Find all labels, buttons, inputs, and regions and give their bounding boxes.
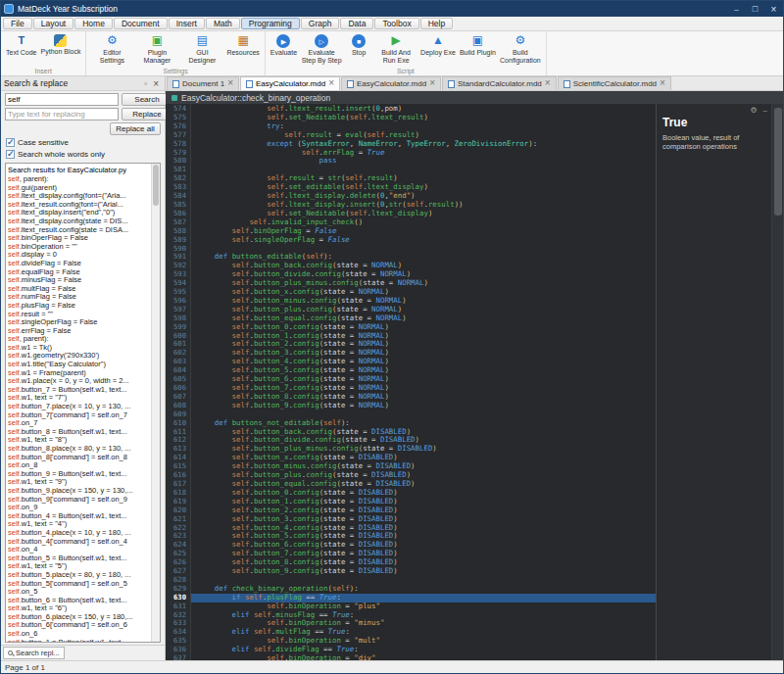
search-result-item[interactable]: self.errFlag = False bbox=[6, 327, 160, 336]
ribbon-button-text-code[interactable]: TText Code bbox=[4, 32, 39, 57]
search-result-item[interactable]: self.w1.geometry('290x330') bbox=[6, 352, 160, 361]
search-result-item[interactable]: self.ltext_result.config(font=("Arial... bbox=[6, 201, 160, 210]
search-result-item[interactable]: self.w1 = Frame(parent) bbox=[6, 369, 160, 378]
ribbon-button-evaluate[interactable]: ▶Evaluate bbox=[269, 32, 299, 57]
minimize-button[interactable] bbox=[727, 1, 746, 17]
document-tab-4[interactable]: ScientificCalculator.mdd bbox=[558, 76, 671, 90]
ribbon-button-gui-designer[interactable]: ▤GUI Designer bbox=[179, 32, 224, 65]
search-result-item[interactable]: self.minusFlag = False bbox=[6, 276, 160, 285]
panel-close-icon[interactable] bbox=[150, 78, 162, 89]
menu-tab-data[interactable]: Data bbox=[340, 18, 373, 29]
search-result-item[interactable]: self.button_8.place(x = 80, y = 130, ... bbox=[6, 445, 160, 454]
search-result-item[interactable]: self.result = "" bbox=[6, 311, 160, 319]
collapse-icon[interactable] bbox=[763, 106, 767, 115]
search-result-item[interactable]: self, parent): bbox=[6, 175, 160, 184]
search-result-item[interactable]: self.display = 0 bbox=[6, 251, 160, 260]
search-result-item[interactable]: self.button_6 = Button(self.w1, text... bbox=[6, 597, 160, 605]
search-result-item[interactable]: self.button_5['command'] = self.on_5 bbox=[6, 580, 160, 589]
search-result-item[interactable]: self.multFlag = False bbox=[6, 285, 160, 294]
search-result-item[interactable]: self.button_5 = Button(self.w1, text... bbox=[6, 554, 160, 563]
document-tab-1[interactable]: EasyCalculator.mdd bbox=[240, 76, 340, 90]
pin-icon[interactable] bbox=[141, 79, 150, 88]
search-result-item[interactable]: self, parent): bbox=[6, 335, 160, 344]
search-input[interactable] bbox=[5, 93, 119, 106]
search-result-item[interactable]: self.ltext_display.config(font=("Aria... bbox=[6, 192, 160, 201]
whole-words-checkbox[interactable]: Search whole words only bbox=[1, 147, 165, 159]
menu-tab-insert[interactable]: Insert bbox=[169, 18, 205, 29]
search-result-item[interactable]: self.button_5.place(x = 80, y = 180, ... bbox=[6, 571, 160, 580]
document-tab-2[interactable]: EasyCalculator.mdd bbox=[341, 76, 441, 90]
search-result-item[interactable]: self.plusFlag = False bbox=[6, 302, 160, 311]
search-result-item[interactable]: self.on_7 bbox=[6, 419, 160, 428]
tab-close-icon[interactable] bbox=[660, 79, 665, 88]
menu-tab-document[interactable]: Document bbox=[114, 18, 168, 29]
tab-close-icon[interactable] bbox=[328, 79, 334, 88]
search-result-item[interactable]: self.w1 = Tk() bbox=[6, 344, 160, 353]
search-result-item[interactable]: self.button_8['command'] = self.on_8 bbox=[6, 454, 160, 462]
code-line[interactable]: pass bbox=[191, 157, 656, 166]
search-result-item[interactable]: self.button_9['command'] = self.on_9 bbox=[6, 496, 160, 505]
search-result-item[interactable]: self.numFlag = False bbox=[6, 293, 160, 302]
search-result-item[interactable]: self.button_4['command'] = self.on_4 bbox=[6, 538, 160, 547]
ribbon-button-deploy-exe[interactable]: ▲Deploy Exe bbox=[418, 32, 458, 57]
document-tab-0[interactable]: Document 1 bbox=[167, 76, 239, 90]
search-result-item[interactable]: self.button_7.place(x = 10, y = 130, ... bbox=[6, 403, 160, 411]
editor-scrollbar[interactable] bbox=[771, 104, 783, 660]
ribbon-button-editor-settings[interactable]: ⚙Editor Settings bbox=[89, 32, 134, 65]
menu-tab-home[interactable]: Home bbox=[74, 18, 113, 29]
ribbon-button-stop[interactable]: ■Stop bbox=[344, 32, 373, 57]
search-result-item[interactable]: self.w1, text = "7") bbox=[6, 394, 160, 403]
search-result-item[interactable]: self.button_4.place(x = 10, y = 180, ... bbox=[6, 529, 160, 538]
menu-tab-graph[interactable]: Graph bbox=[301, 18, 340, 29]
search-result-item[interactable]: self.button_7 = Button(self.w1, text... bbox=[6, 386, 160, 395]
document-tab-3[interactable]: StandardCalculator.mdd bbox=[442, 76, 557, 90]
search-result-item[interactable]: self.w1, text = "8") bbox=[6, 436, 160, 445]
menu-tab-file[interactable]: File bbox=[3, 18, 32, 29]
search-result-item[interactable]: self.equalFlag = False bbox=[6, 268, 160, 277]
search-result-item[interactable]: self.on_6 bbox=[6, 630, 160, 639]
menu-tab-layout[interactable]: Layout bbox=[33, 18, 74, 29]
search-result-item[interactable]: self.button_6['command'] = self.on_6 bbox=[6, 621, 160, 630]
search-result-item[interactable]: self.binOperFlag = False bbox=[6, 234, 160, 243]
replace-input[interactable] bbox=[5, 108, 119, 120]
editor-scrollbar-thumb[interactable] bbox=[774, 108, 782, 216]
search-result-item[interactable]: self.button_1 = Button(self.w1, text... bbox=[6, 639, 160, 643]
search-result-item[interactable]: self.singleOperFlag = False bbox=[6, 318, 160, 327]
search-result-item[interactable]: self.button_9 = Button(self.w1, text... bbox=[6, 470, 160, 479]
search-result-item[interactable]: self.w1.title("Easy Calculator") bbox=[6, 361, 160, 369]
search-replace-dock-tab[interactable]: Search repl... bbox=[3, 647, 65, 659]
menu-tab-help[interactable]: Help bbox=[420, 18, 453, 29]
search-result-item[interactable]: self.button_6.place(x = 150, y = 180,... bbox=[6, 613, 160, 622]
ribbon-button-build-and-run-exe[interactable]: ▶Build And Run Exe bbox=[373, 32, 418, 65]
ribbon-button-evaluate-step-by-step[interactable]: ▷Evaluate Step By Step bbox=[299, 32, 344, 65]
case-sensitive-checkbox[interactable]: Case sensitive bbox=[1, 135, 165, 147]
tab-close-icon[interactable] bbox=[545, 79, 551, 88]
search-result-item[interactable]: self.button_8 = Button(self.w1, text... bbox=[6, 428, 160, 437]
code-line[interactable]: self.button_9.config(state = DISABLED) bbox=[191, 567, 656, 576]
search-result-item[interactable]: self.button_4 = Button(self.w1, text... bbox=[6, 512, 160, 521]
tab-close-icon[interactable] bbox=[227, 79, 233, 88]
menu-tab-toolbox[interactable]: Toolbox bbox=[374, 18, 418, 29]
gear-icon[interactable] bbox=[750, 106, 757, 115]
search-result-item[interactable]: self.binOperation = "" bbox=[6, 243, 160, 252]
search-result-item[interactable]: self.button_7['command'] = self.on_7 bbox=[6, 411, 160, 420]
ribbon-button-plugin-manager[interactable]: ▣Plugin Manager bbox=[134, 32, 179, 65]
close-button[interactable] bbox=[764, 1, 783, 17]
search-result-item[interactable]: self.w1, text = "6") bbox=[6, 604, 160, 613]
search-result-item[interactable]: self.ltext_display.insert("end","0") bbox=[6, 209, 160, 217]
search-result-item[interactable]: self.w1, text = "4") bbox=[6, 520, 160, 529]
search-result-item[interactable]: self.ltext_result.config(state = DISA... bbox=[6, 226, 160, 235]
search-result-item[interactable]: self.on_4 bbox=[6, 546, 160, 554]
search-result-item[interactable]: self.gui(parent) bbox=[6, 184, 160, 193]
search-result-item[interactable]: self.w1.place(x = 0, y = 0, width = 2... bbox=[6, 377, 160, 386]
results-scrollbar-thumb[interactable] bbox=[153, 165, 159, 206]
search-result-item[interactable]: self.w1, text = "5") bbox=[6, 562, 160, 571]
menu-tab-math[interactable]: Math bbox=[206, 18, 240, 29]
search-result-item[interactable]: self.on_9 bbox=[6, 504, 160, 512]
search-result-item[interactable]: self.ltext_display.config(state = DIS... bbox=[6, 217, 160, 226]
search-result-item[interactable]: self.on_8 bbox=[6, 461, 160, 470]
ribbon-button-build-configuration[interactable]: ⚙Build Configuration bbox=[498, 32, 543, 65]
replace-all-button[interactable]: Replace all bbox=[110, 122, 161, 135]
search-result-item[interactable]: self.button_9.place(x = 150, y = 130,... bbox=[6, 487, 160, 496]
maximize-button[interactable] bbox=[746, 1, 764, 17]
